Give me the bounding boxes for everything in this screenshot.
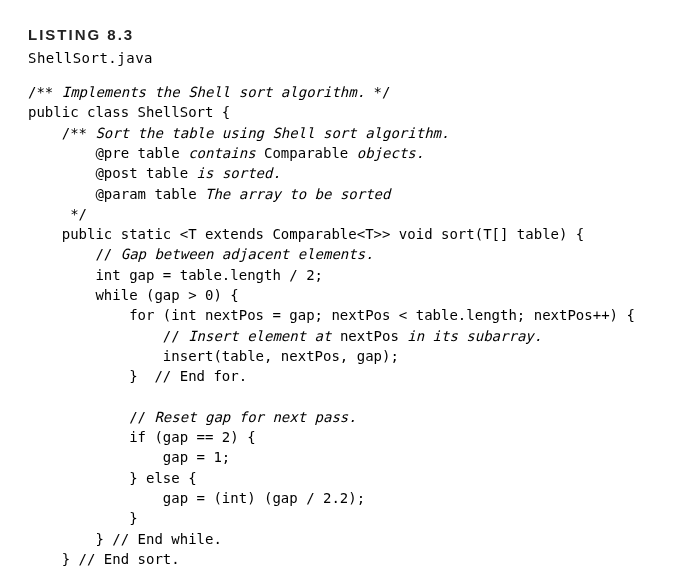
code-line: nextPos: [340, 328, 407, 344]
code-line: public static <T extends Comparable<T>> …: [28, 226, 584, 242]
code-comment: The array to be sorted: [205, 186, 390, 202]
code-line: while (gap > 0) {: [28, 287, 239, 303]
code-line: gap = (int) (gap / 2.2);: [28, 490, 365, 506]
code-comment: objects.: [357, 145, 424, 161]
listing-filename: ShellSort.java: [28, 48, 672, 68]
code-line: table: [146, 165, 197, 181]
code-line: Comparable: [264, 145, 357, 161]
code-line: } // End sort.: [28, 551, 180, 567]
code-line: /**: [28, 125, 95, 141]
code-line: if (gap == 2) {: [28, 429, 256, 445]
code-line: */: [365, 84, 390, 100]
code-comment: contains: [188, 145, 264, 161]
code-comment: Gap between adjacent elements.: [121, 246, 374, 262]
listing-label: LISTING 8.3: [28, 24, 672, 46]
code-line: } else {: [28, 470, 197, 486]
code-comment: Sort the table using Shell sort algorith…: [95, 125, 449, 141]
code-line: */: [28, 206, 87, 222]
code-line: int gap = table.length / 2;: [28, 267, 323, 283]
code-line: @post: [28, 165, 146, 181]
code-line: table: [138, 145, 189, 161]
code-line: //: [28, 409, 154, 425]
code-line: gap = 1;: [28, 449, 230, 465]
code-comment: Reset gap for next pass.: [154, 409, 356, 425]
code-line: for (int nextPos = gap; nextPos < table.…: [28, 307, 635, 323]
code-line: }: [28, 510, 138, 526]
code-line: @param table: [28, 186, 205, 202]
code-line: @pre: [28, 145, 138, 161]
code-block: /** Implements the Shell sort algorithm.…: [28, 82, 672, 588]
code-line: //: [28, 246, 121, 262]
code-line: } // End for.: [28, 368, 247, 384]
code-line: /**: [28, 84, 62, 100]
code-line: //: [28, 328, 188, 344]
code-comment: in its subarray.: [407, 328, 542, 344]
code-line: public class ShellSort {: [28, 104, 230, 120]
code-comment: Insert element at: [188, 328, 340, 344]
code-comment: Implements the Shell sort algorithm.: [62, 84, 365, 100]
code-line: insert(table, nextPos, gap);: [28, 348, 399, 364]
code-line: } // End while.: [28, 531, 222, 547]
code-comment: is sorted.: [197, 165, 281, 181]
